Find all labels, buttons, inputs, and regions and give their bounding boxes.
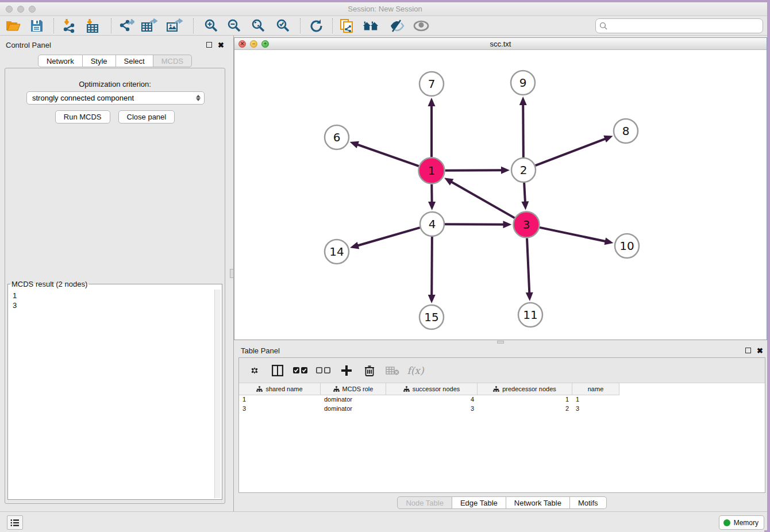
save-session-icon[interactable] [28,18,45,34]
export-image-icon[interactable] [166,18,183,34]
tab-mcds[interactable]: MCDS [153,55,192,67]
column-header-predecessor-nodes[interactable]: predecessor nodes [478,383,572,395]
node-9[interactable]: 9 [511,71,535,95]
vertical-splitter-handle[interactable] [230,269,234,278]
node-7[interactable]: 7 [419,72,444,96]
task-history-button[interactable] [7,515,23,530]
cell-successor-nodes[interactable]: 4 [386,395,478,404]
network-graph[interactable]: 7968124314101511 [234,50,767,340]
tab-node-table[interactable]: Node Table [397,496,452,509]
edge-4-3[interactable] [445,221,512,228]
edge-3-10[interactable] [540,228,614,245]
cell-shared-name[interactable]: 1 [239,395,321,404]
memory-button[interactable]: Memory [719,515,764,530]
edge-4-14[interactable] [350,228,420,249]
split-columns-icon[interactable] [270,363,285,378]
cell-mcds-role[interactable]: dominator [321,395,386,404]
search-input[interactable] [608,20,763,32]
network-window-titlebar[interactable]: ✕ − + scc.txt [234,38,767,50]
import-network-icon[interactable] [61,18,78,34]
float-panel-icon[interactable] [206,42,212,48]
edge-1-2[interactable] [445,167,510,174]
tab-style[interactable]: Style [83,55,116,67]
cell-name[interactable]: 3 [572,404,619,414]
refresh-icon[interactable] [307,18,325,34]
tab-select[interactable]: Select [116,55,153,67]
tab-edge-table[interactable]: Edge Table [452,496,506,509]
edge-4-15[interactable] [428,237,436,303]
column-header-successor-nodes[interactable]: successor nodes [386,383,478,395]
function-builder-icon[interactable]: f(x) [408,363,423,378]
edge-1-6[interactable] [350,141,419,166]
close-panel-button[interactable]: Close panel [118,110,175,124]
toggle-graphics-details-icon[interactable] [388,18,406,34]
toolbar-separator [53,18,54,33]
export-table-icon[interactable] [141,18,158,34]
add-row-icon[interactable] [339,363,354,378]
zoom-in-icon[interactable] [203,18,220,34]
import-table-icon[interactable] [84,18,101,34]
copy-network-icon[interactable] [338,18,355,34]
table-settings-icon[interactable] [247,363,262,378]
edge-2-3[interactable] [521,183,529,210]
node-11[interactable]: 11 [518,303,542,327]
node-3[interactable]: 3 [514,212,540,238]
cell-successor-nodes[interactable]: 3 [386,404,478,414]
show-hide-panel-icon[interactable] [413,18,430,34]
run-mcds-button[interactable]: Run MCDS [55,110,110,124]
deselect-all-icon[interactable] [316,363,331,378]
cell-name[interactable]: 1 [572,395,619,404]
arrowhead-icon [503,221,511,228]
tab-network-table[interactable]: Network Table [506,496,570,509]
cell-shared-name[interactable]: 3 [239,404,321,414]
export-network-icon[interactable] [118,18,135,34]
node-14[interactable]: 14 [325,240,349,264]
edge-2-9[interactable] [519,97,527,157]
cell-mcds-role[interactable]: dominator [321,404,386,414]
close-panel-icon[interactable]: ✖ [218,41,224,49]
table-row[interactable]: 1 dominator 4 1 1 [239,395,765,404]
column-header-shared-name[interactable]: shared name [239,383,321,395]
tab-motifs[interactable]: Motifs [570,496,607,509]
node-15[interactable]: 15 [419,305,444,329]
criterion-select[interactable]: strongly connected component [26,91,205,105]
tab-network[interactable]: Network [38,55,83,67]
edge-3-11[interactable] [526,238,533,301]
open-session-icon[interactable] [5,18,22,34]
window-titlebar: Session: New Session [0,2,770,16]
node-8[interactable]: 8 [614,119,638,143]
home-icon[interactable] [362,18,379,34]
node-2[interactable]: 2 [511,158,536,182]
cell-predecessor-nodes[interactable]: 2 [478,404,572,414]
arrowhead-icon [501,167,510,174]
column-header-name[interactable]: name [572,383,619,395]
edge-3-1[interactable] [444,178,514,218]
float-table-panel-icon[interactable] [745,348,751,353]
close-table-panel-icon[interactable]: ✖ [757,347,763,354]
mcds-result-list[interactable]: 1 3 [9,290,221,498]
node-10[interactable]: 10 [615,234,639,258]
delete-table-icon[interactable] [385,363,400,378]
search-box[interactable] [595,18,763,33]
edge-1-7[interactable] [428,98,436,157]
column-header-mcds-role[interactable]: MCDS role [321,383,386,395]
table-row[interactable]: 3 dominator 3 2 3 [239,404,765,414]
zoom-out-icon[interactable] [226,18,243,34]
column-edit-icon [256,386,263,392]
mcds-result-line: 1 [13,291,221,300]
edge-2-8[interactable] [536,136,613,165]
cell-predecessor-nodes[interactable]: 1 [478,395,572,404]
vertical-splitter[interactable] [230,36,234,511]
select-all-icon[interactable] [293,363,308,378]
result-scrollbar[interactable] [214,290,221,498]
delete-row-icon[interactable] [362,363,377,378]
zoom-selected-icon[interactable] [275,18,292,34]
network-canvas[interactable]: 7968124314101511 [234,50,767,340]
edge-1-4[interactable] [428,184,436,210]
node-label: 11 [523,308,537,322]
node-6[interactable]: 6 [325,125,349,149]
node-1[interactable]: 1 [419,158,445,184]
list-icon [10,519,20,527]
zoom-fit-icon[interactable] [250,18,267,34]
node-4[interactable]: 4 [420,212,444,236]
